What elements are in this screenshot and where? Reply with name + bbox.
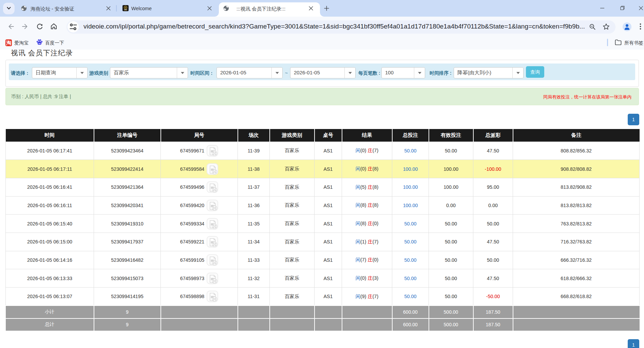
svg-text:du: du [38, 42, 41, 44]
